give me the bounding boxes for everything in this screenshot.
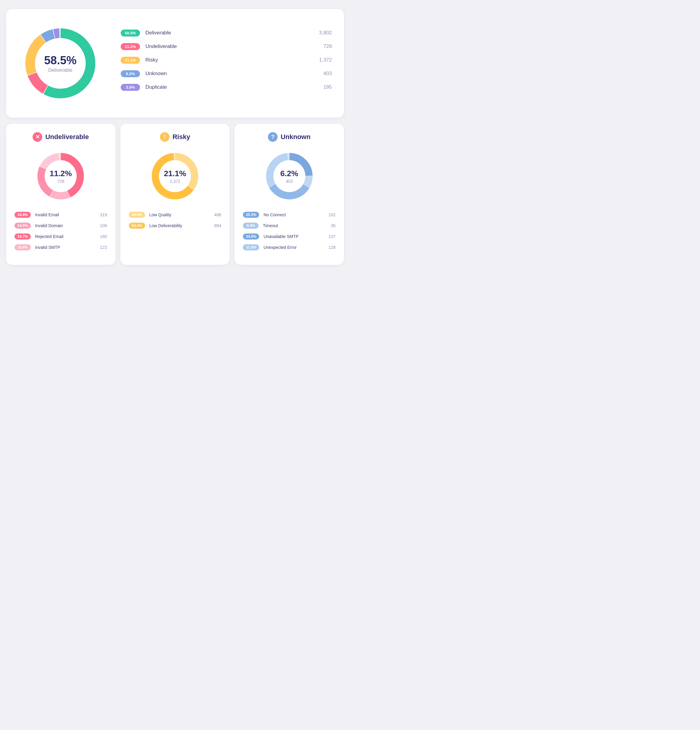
undeliverable-icon: ✕ bbox=[32, 132, 42, 142]
sub-legend-row: 14.6% Invalid Domain 106 bbox=[15, 223, 107, 229]
sub-badge: 14.6% bbox=[15, 223, 31, 229]
risky-donut: 21.1% 1,372 bbox=[148, 149, 202, 203]
sub-name: Rejected Email bbox=[35, 234, 100, 239]
risky-pct: 21.1% bbox=[164, 169, 186, 178]
sub-count: 884 bbox=[214, 223, 221, 228]
undeliverable-header: ✕ Undeliverable bbox=[15, 132, 107, 142]
risky-count: 1,372 bbox=[164, 179, 186, 184]
main-donut-center: 58.5% Deliverable bbox=[44, 54, 77, 73]
risky-icon: ! bbox=[160, 132, 170, 142]
unknown-count: 403 bbox=[280, 179, 298, 184]
legend-name: Unknown bbox=[145, 71, 323, 77]
legend-count: 1,372 bbox=[319, 57, 332, 63]
undeliverable-card: ✕ Undeliverable 11.2% 728 43.8% Inval bbox=[6, 124, 115, 265]
undeliverable-donut-center: 11.2% 728 bbox=[50, 169, 72, 184]
sub-name: No Connect bbox=[263, 212, 328, 217]
sub-name: Low Quality bbox=[149, 212, 214, 217]
sub-badge: 35.6% bbox=[129, 212, 145, 218]
legend-badge: 21.1% bbox=[121, 57, 140, 64]
sub-badge: 43.8% bbox=[15, 212, 31, 218]
sub-legend-row: 25.3% No Connect 102 bbox=[243, 212, 336, 218]
unknown-pct: 6.2% bbox=[280, 169, 298, 178]
unknown-card: ? Unknown 6.2% 403 25.3% No Connect bbox=[234, 124, 344, 265]
legend-row: 6.2% Unknown 403 bbox=[121, 70, 332, 77]
main-donut-label: Deliverable bbox=[44, 67, 77, 73]
sub-legend-row: 35.6% Low Quality 488 bbox=[129, 212, 221, 218]
sub-count: 128 bbox=[329, 245, 336, 250]
unknown-icon: ? bbox=[268, 132, 278, 142]
undeliverable-legend: 43.8% Invalid Email 319 14.6% Invalid Do… bbox=[15, 212, 107, 250]
sub-count: 36 bbox=[331, 223, 336, 228]
sub-badge: 24.7% bbox=[15, 234, 31, 239]
risky-title: Risky bbox=[172, 133, 190, 141]
sub-legend-row: 24.7% Rejected Email 180 bbox=[15, 234, 107, 239]
undeliverable-donut: 11.2% 728 bbox=[34, 149, 88, 203]
sub-legend-row: 43.8% Invalid Email 319 bbox=[15, 212, 107, 218]
legend-row: 11.2% Undeliverable 728 bbox=[121, 43, 332, 50]
sub-count: 102 bbox=[329, 212, 336, 217]
sub-count: 488 bbox=[214, 212, 221, 217]
main-donut-pct: 58.5% bbox=[44, 54, 77, 67]
sub-count: 319 bbox=[100, 212, 107, 217]
legend-badge: 58.5% bbox=[121, 29, 140, 36]
sub-legend-row: 16.9% Invalid SMTP 123 bbox=[15, 244, 107, 250]
sub-count: 123 bbox=[100, 245, 107, 250]
sub-legend-row: 34.0% Unavailable SMTP 137 bbox=[243, 234, 336, 239]
sub-legend-row: 31.8% Unexpected Error 128 bbox=[243, 244, 336, 250]
legend-name: Duplicate bbox=[145, 84, 323, 90]
legend-row: 21.1% Risky 1,372 bbox=[121, 57, 332, 64]
legend-badge: 11.2% bbox=[121, 43, 140, 50]
undeliverable-pct: 11.2% bbox=[50, 169, 72, 178]
legend-name: Risky bbox=[145, 57, 319, 63]
main-legend: 58.5% Deliverable 3,802 11.2% Undelivera… bbox=[121, 29, 332, 98]
undeliverable-count: 728 bbox=[50, 179, 72, 184]
legend-count: 403 bbox=[323, 71, 332, 77]
legend-row: 58.5% Deliverable 3,802 bbox=[121, 29, 332, 36]
sub-badge: 34.0% bbox=[243, 234, 259, 239]
sub-badge: 64.4% bbox=[129, 223, 145, 229]
sub-name: Invalid Domain bbox=[35, 223, 100, 228]
risky-legend: 35.6% Low Quality 488 64.4% Low Delivera… bbox=[129, 212, 221, 229]
sub-name: Invalid SMTP bbox=[35, 245, 100, 250]
legend-count: 728 bbox=[323, 44, 332, 50]
sub-name: Unavailable SMTP bbox=[263, 234, 328, 239]
sub-name: Timeout bbox=[263, 223, 331, 228]
unknown-donut-center: 6.2% 403 bbox=[280, 169, 298, 184]
risky-donut-center: 21.1% 1,372 bbox=[164, 169, 186, 184]
sub-name: Low Deliverability bbox=[149, 223, 214, 228]
sub-name: Unexpected Error bbox=[263, 245, 328, 250]
sub-count: 137 bbox=[329, 234, 336, 239]
sub-legend-row: 8.9% Timeout 36 bbox=[243, 223, 336, 229]
unknown-donut: 6.2% 403 bbox=[262, 149, 317, 203]
bottom-cards-row: ✕ Undeliverable 11.2% 728 43.8% Inval bbox=[6, 124, 344, 265]
legend-name: Undeliverable bbox=[145, 44, 323, 50]
sub-legend-row: 64.4% Low Deliverability 884 bbox=[129, 223, 221, 229]
sub-count: 180 bbox=[100, 234, 107, 239]
top-summary-card: 58.5% Deliverable 58.5% Deliverable 3,80… bbox=[6, 9, 344, 118]
legend-count: 3,802 bbox=[319, 30, 332, 36]
sub-name: Invalid Email bbox=[35, 212, 100, 217]
legend-name: Deliverable bbox=[145, 30, 319, 36]
main-donut-chart: 58.5% Deliverable bbox=[18, 21, 102, 105]
unknown-legend: 25.3% No Connect 102 8.9% Timeout 36 34.… bbox=[243, 212, 336, 250]
risky-header: ! Risky bbox=[129, 132, 221, 142]
sub-badge: 31.8% bbox=[243, 244, 259, 250]
sub-count: 106 bbox=[100, 223, 107, 228]
sub-badge: 25.3% bbox=[243, 212, 259, 218]
legend-count: 195 bbox=[323, 84, 332, 90]
risky-card: ! Risky 21.1% 1,372 35.6% Low Quality 48… bbox=[120, 124, 230, 265]
legend-badge: 3.0% bbox=[121, 84, 140, 91]
undeliverable-title: Undeliverable bbox=[45, 133, 89, 141]
unknown-title: Unknown bbox=[281, 133, 310, 141]
legend-badge: 6.2% bbox=[121, 70, 140, 77]
sub-badge: 16.9% bbox=[15, 244, 31, 250]
unknown-header: ? Unknown bbox=[243, 132, 336, 142]
sub-badge: 8.9% bbox=[243, 223, 259, 229]
legend-row: 3.0% Duplicate 195 bbox=[121, 84, 332, 91]
